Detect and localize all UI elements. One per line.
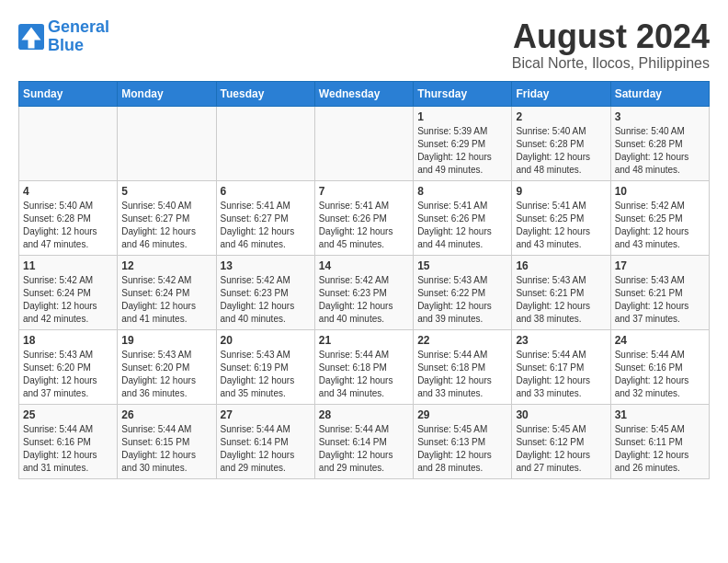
day-info: Sunrise: 5:44 AM Sunset: 6:18 PM Dayligh… (417, 349, 507, 400)
calendar-cell: 17Sunrise: 5:43 AM Sunset: 6:21 PM Dayli… (610, 255, 709, 329)
day-number: 1 (417, 110, 507, 123)
subtitle: Bical Norte, Ilocos, Philippines (512, 55, 710, 72)
day-info: Sunrise: 5:43 AM Sunset: 6:20 PM Dayligh… (23, 349, 113, 400)
day-info: Sunrise: 5:44 AM Sunset: 6:16 PM Dayligh… (615, 349, 705, 400)
day-info: Sunrise: 5:43 AM Sunset: 6:19 PM Dayligh… (221, 349, 311, 400)
day-info: Sunrise: 5:41 AM Sunset: 6:26 PM Dayligh… (319, 200, 409, 251)
day-number: 14 (319, 259, 409, 272)
day-info: Sunrise: 5:42 AM Sunset: 6:23 PM Dayligh… (319, 274, 409, 326)
logo-icon (18, 24, 44, 50)
calendar-cell: 28Sunrise: 5:44 AM Sunset: 6:14 PM Dayli… (314, 404, 413, 478)
day-info: Sunrise: 5:44 AM Sunset: 6:15 PM Dayligh… (121, 423, 211, 475)
day-info: Sunrise: 5:45 AM Sunset: 6:13 PM Dayligh… (417, 423, 507, 475)
day-info: Sunrise: 5:43 AM Sunset: 6:21 PM Dayligh… (615, 274, 705, 326)
calendar-cell (314, 106, 413, 180)
day-of-week-header: Wednesday (314, 81, 413, 106)
calendar-cell: 7Sunrise: 5:41 AM Sunset: 6:26 PM Daylig… (314, 180, 413, 255)
day-info: Sunrise: 5:42 AM Sunset: 6:25 PM Dayligh… (615, 200, 705, 251)
day-of-week-header: Tuesday (216, 81, 314, 106)
title-block: August 2024 Bical Norte, Ilocos, Philipp… (512, 18, 710, 72)
day-info: Sunrise: 5:45 AM Sunset: 6:11 PM Dayligh… (615, 423, 705, 475)
calendar-week-row: 18Sunrise: 5:43 AM Sunset: 6:20 PM Dayli… (19, 329, 710, 404)
day-info: Sunrise: 5:44 AM Sunset: 6:14 PM Dayligh… (319, 423, 409, 475)
calendar-cell: 30Sunrise: 5:45 AM Sunset: 6:12 PM Dayli… (512, 404, 610, 478)
day-number: 2 (516, 110, 606, 123)
day-info: Sunrise: 5:40 AM Sunset: 6:28 PM Dayligh… (516, 125, 606, 177)
calendar-cell (118, 106, 216, 180)
logo: General Blue (18, 18, 109, 55)
day-of-week-header: Monday (118, 81, 216, 106)
calendar-week-row: 11Sunrise: 5:42 AM Sunset: 6:24 PM Dayli… (19, 255, 710, 329)
day-number: 28 (319, 408, 409, 421)
day-info: Sunrise: 5:42 AM Sunset: 6:24 PM Dayligh… (23, 274, 113, 326)
day-of-week-header: Saturday (610, 81, 709, 106)
day-number: 31 (615, 408, 705, 421)
calendar-cell: 22Sunrise: 5:44 AM Sunset: 6:18 PM Dayli… (414, 329, 512, 404)
day-number: 26 (121, 408, 211, 421)
day-number: 21 (319, 334, 409, 347)
calendar-cell: 13Sunrise: 5:42 AM Sunset: 6:23 PM Dayli… (216, 255, 314, 329)
calendar-cell: 20Sunrise: 5:43 AM Sunset: 6:19 PM Dayli… (216, 329, 314, 404)
day-number: 27 (221, 408, 311, 421)
main-title: August 2024 (512, 18, 710, 55)
day-of-week-header: Friday (512, 81, 610, 106)
calendar-cell: 23Sunrise: 5:44 AM Sunset: 6:17 PM Dayli… (512, 329, 610, 404)
calendar-cell: 26Sunrise: 5:44 AM Sunset: 6:15 PM Dayli… (118, 404, 216, 478)
day-info: Sunrise: 5:44 AM Sunset: 6:18 PM Dayligh… (319, 349, 409, 400)
calendar-cell: 9Sunrise: 5:41 AM Sunset: 6:25 PM Daylig… (512, 180, 610, 255)
calendar-cell: 31Sunrise: 5:45 AM Sunset: 6:11 PM Dayli… (610, 404, 709, 478)
day-info: Sunrise: 5:39 AM Sunset: 6:29 PM Dayligh… (417, 125, 507, 177)
calendar-cell: 4Sunrise: 5:40 AM Sunset: 6:28 PM Daylig… (19, 180, 118, 255)
day-info: Sunrise: 5:40 AM Sunset: 6:28 PM Dayligh… (23, 200, 113, 251)
calendar-cell: 29Sunrise: 5:45 AM Sunset: 6:13 PM Dayli… (414, 404, 512, 478)
day-number: 19 (121, 334, 211, 347)
day-number: 30 (516, 408, 606, 421)
header-row: SundayMondayTuesdayWednesdayThursdayFrid… (19, 81, 710, 106)
day-number: 29 (417, 408, 507, 421)
calendar-cell: 3Sunrise: 5:40 AM Sunset: 6:28 PM Daylig… (610, 106, 709, 180)
calendar-cell: 14Sunrise: 5:42 AM Sunset: 6:23 PM Dayli… (314, 255, 413, 329)
day-info: Sunrise: 5:44 AM Sunset: 6:14 PM Dayligh… (221, 423, 311, 475)
calendar-cell: 12Sunrise: 5:42 AM Sunset: 6:24 PM Dayli… (118, 255, 216, 329)
day-number: 15 (417, 259, 507, 272)
day-number: 6 (221, 185, 311, 198)
day-number: 13 (221, 259, 311, 272)
day-number: 16 (516, 259, 606, 272)
day-number: 20 (221, 334, 311, 347)
calendar-cell: 18Sunrise: 5:43 AM Sunset: 6:20 PM Dayli… (19, 329, 118, 404)
calendar-cell: 6Sunrise: 5:41 AM Sunset: 6:27 PM Daylig… (216, 180, 314, 255)
day-info: Sunrise: 5:41 AM Sunset: 6:27 PM Dayligh… (221, 200, 311, 251)
calendar-cell: 5Sunrise: 5:40 AM Sunset: 6:27 PM Daylig… (118, 180, 216, 255)
day-of-week-header: Thursday (414, 81, 512, 106)
day-number: 8 (417, 185, 507, 198)
calendar-cell (216, 106, 314, 180)
day-info: Sunrise: 5:44 AM Sunset: 6:16 PM Dayligh… (23, 423, 113, 475)
day-number: 11 (23, 259, 113, 272)
day-number: 23 (516, 334, 606, 347)
day-info: Sunrise: 5:40 AM Sunset: 6:28 PM Dayligh… (615, 125, 705, 177)
calendar-cell: 19Sunrise: 5:43 AM Sunset: 6:20 PM Dayli… (118, 329, 216, 404)
calendar-table: SundayMondayTuesdayWednesdayThursdayFrid… (18, 81, 710, 479)
day-number: 12 (121, 259, 211, 272)
calendar-week-row: 25Sunrise: 5:44 AM Sunset: 6:16 PM Dayli… (19, 404, 710, 478)
calendar-cell (19, 106, 118, 180)
day-info: Sunrise: 5:41 AM Sunset: 6:25 PM Dayligh… (516, 200, 606, 251)
calendar-week-row: 1Sunrise: 5:39 AM Sunset: 6:29 PM Daylig… (19, 106, 710, 180)
calendar-cell: 2Sunrise: 5:40 AM Sunset: 6:28 PM Daylig… (512, 106, 610, 180)
calendar-cell: 10Sunrise: 5:42 AM Sunset: 6:25 PM Dayli… (610, 180, 709, 255)
day-info: Sunrise: 5:41 AM Sunset: 6:26 PM Dayligh… (417, 200, 507, 251)
day-number: 22 (417, 334, 507, 347)
logo-text: General Blue (48, 18, 109, 55)
day-number: 10 (615, 185, 705, 198)
day-number: 24 (615, 334, 705, 347)
calendar-cell: 27Sunrise: 5:44 AM Sunset: 6:14 PM Dayli… (216, 404, 314, 478)
day-number: 9 (516, 185, 606, 198)
calendar-cell: 11Sunrise: 5:42 AM Sunset: 6:24 PM Dayli… (19, 255, 118, 329)
day-info: Sunrise: 5:44 AM Sunset: 6:17 PM Dayligh… (516, 349, 606, 400)
day-info: Sunrise: 5:43 AM Sunset: 6:22 PM Dayligh… (417, 274, 507, 326)
day-info: Sunrise: 5:43 AM Sunset: 6:21 PM Dayligh… (516, 274, 606, 326)
day-number: 7 (319, 185, 409, 198)
calendar-week-row: 4Sunrise: 5:40 AM Sunset: 6:28 PM Daylig… (19, 180, 710, 255)
calendar-cell: 21Sunrise: 5:44 AM Sunset: 6:18 PM Dayli… (314, 329, 413, 404)
day-number: 5 (121, 185, 211, 198)
